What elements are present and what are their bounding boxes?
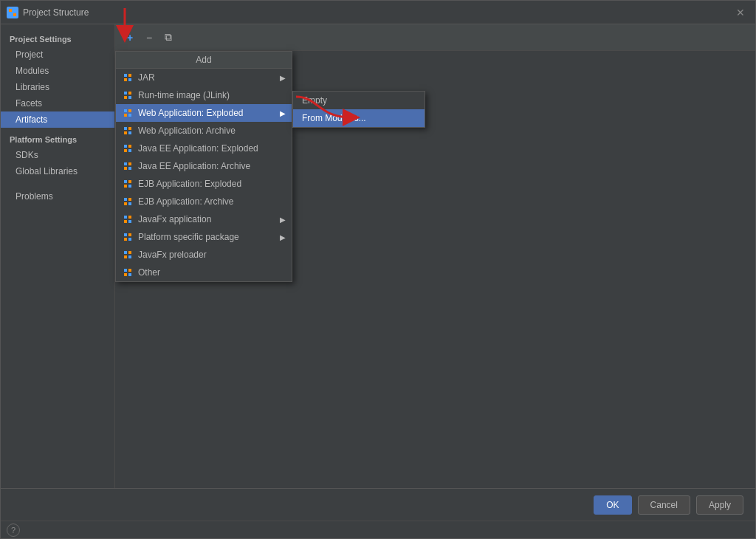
svg-rect-21 [128,145,131,148]
submenu-item-empty[interactable]: Empty [293,92,425,109]
other-icon [122,267,134,278]
remove-button[interactable]: − [140,29,158,47]
runtime-icon [122,89,134,101]
jar-arrow: ▶ [280,74,286,82]
svg-rect-50 [124,273,127,276]
svg-rect-42 [124,238,127,241]
app-icon [7,7,18,18]
sidebar-item-global-libraries[interactable]: Global Libraries [1,163,114,179]
web-exploded-icon [122,107,134,119]
svg-rect-25 [128,162,131,165]
svg-rect-31 [128,185,131,188]
sidebar-item-problems[interactable]: Problems [1,188,114,205]
svg-rect-15 [128,114,131,117]
svg-rect-34 [124,202,127,205]
sidebar-item-facets[interactable]: Facets [1,95,114,111]
web-exploded-submenu: Empty From Modules... [292,91,425,128]
svg-rect-33 [128,198,131,201]
svg-rect-51 [128,273,131,276]
svg-rect-12 [124,109,127,112]
svg-rect-18 [124,131,127,134]
svg-rect-11 [128,96,131,99]
sidebar-item-project[interactable]: Project [1,47,114,63]
sidebar: Project Settings Project Modules Librari… [1,24,115,488]
svg-rect-46 [124,255,127,258]
svg-rect-19 [128,131,131,134]
sidebar-item-modules[interactable]: Modules [1,63,114,79]
svg-rect-13 [128,109,131,112]
svg-rect-4 [124,74,127,77]
copy-button[interactable]: ⧉ [159,29,177,47]
dropdown-item-other[interactable]: Other [116,264,292,281]
add-dropdown: Add JAR ▶ [115,51,292,282]
project-structure-dialog: Project Structure ✕ Project Settings Pro… [0,0,756,539]
add-button[interactable]: + [121,29,139,47]
svg-rect-47 [128,255,131,258]
close-button[interactable]: ✕ [732,5,749,20]
dropdown-item-runtime[interactable]: Run-time image (JLink) [116,86,292,104]
svg-rect-0 [9,9,12,12]
platform-settings-label: Platform Settings [1,128,114,147]
svg-rect-36 [124,216,127,219]
cancel-button[interactable]: Cancel [638,495,690,515]
svg-rect-16 [124,127,127,130]
svg-rect-28 [124,180,127,183]
svg-rect-39 [128,220,131,223]
jar-icon [122,72,134,83]
svg-rect-20 [124,145,127,148]
dropdown-item-ejb-archive[interactable]: EJB Application: Archive [116,193,292,210]
sidebar-item-libraries[interactable]: Libraries [1,79,114,95]
svg-rect-22 [124,149,127,152]
svg-rect-27 [128,167,131,170]
sidebar-item-artifacts[interactable]: Artifacts [1,111,114,128]
svg-rect-24 [124,162,127,165]
svg-rect-10 [124,96,127,99]
svg-rect-38 [124,220,127,223]
svg-rect-32 [124,198,127,201]
sidebar-item-sdks[interactable]: SDKs [1,147,114,163]
dropdown-item-javafx[interactable]: JavaFx application ▶ [116,210,292,228]
dropdown-item-ejb-exploded[interactable]: EJB Application: Exploded [116,175,292,193]
dropdown-item-javaee-archive[interactable]: Java EE Application: Archive [116,157,292,175]
dropdown-item-web-exploded[interactable]: Web Application: Exploded ▶ [116,104,292,122]
apply-button[interactable]: Apply [696,495,743,515]
bottom-bar: OK Cancel Apply [1,488,755,521]
platform-package-arrow: ▶ [280,233,286,241]
dropdown-item-javaee-exploded[interactable]: Java EE Application: Exploded [116,140,292,157]
svg-rect-6 [124,78,127,81]
submenu-item-from-modules[interactable]: From Modules... [293,109,425,127]
svg-rect-41 [128,233,131,236]
dialog-title: Project Structure [23,7,732,18]
svg-rect-5 [128,74,131,77]
dropdown-header: Add [116,52,292,69]
dropdown-item-platform-package[interactable]: Platform specific package ▶ [116,228,292,246]
dropdown-item-jar[interactable]: JAR ▶ [116,69,292,86]
svg-rect-30 [124,185,127,188]
ok-button[interactable]: OK [594,495,631,515]
platform-package-icon [122,231,134,243]
project-settings-label: Project Settings [1,30,114,47]
javafx-arrow: ▶ [280,216,286,224]
main-area: Project Settings Project Modules Librari… [1,24,755,488]
dropdown-item-javafx-preloader[interactable]: JavaFx preloader [116,246,292,264]
help-icon[interactable]: ? [7,523,20,537]
svg-rect-1 [13,9,16,12]
javafx-preloader-icon [122,249,134,261]
svg-rect-35 [128,202,131,205]
toolbar: + − ⧉ [115,24,755,51]
status-bar: ? [1,521,755,538]
svg-rect-3 [13,13,16,16]
web-exploded-arrow: ▶ [280,109,286,117]
ejb-archive-icon [122,196,134,207]
javafx-icon [122,213,134,225]
svg-rect-9 [128,92,131,95]
content-right: + − ⧉ Add [115,24,755,488]
svg-rect-17 [128,127,131,130]
svg-rect-14 [124,114,127,117]
svg-rect-40 [124,233,127,236]
svg-rect-23 [128,149,131,152]
svg-rect-2 [9,13,12,16]
svg-rect-49 [128,269,131,272]
title-bar: Project Structure ✕ [1,1,755,24]
dropdown-item-web-archive[interactable]: Web Application: Archive [116,122,292,140]
